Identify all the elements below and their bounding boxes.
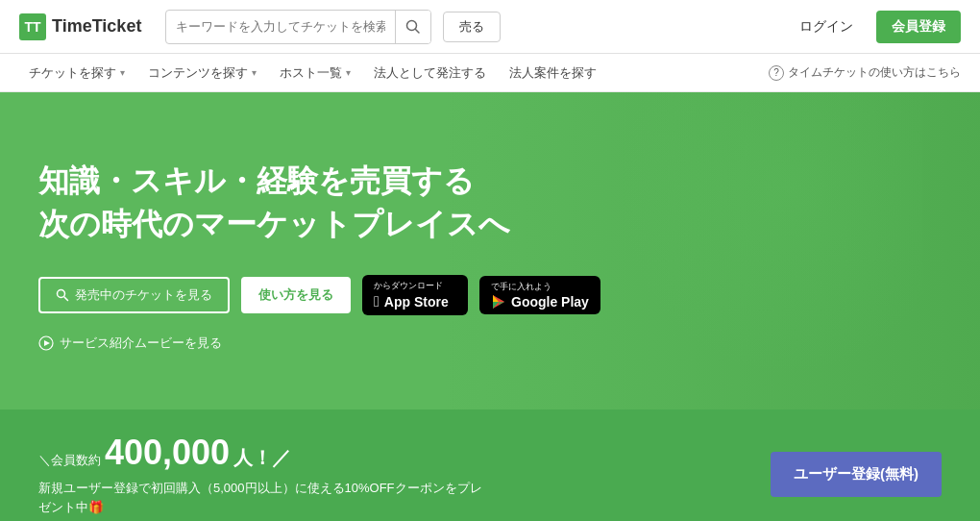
svg-marker-11	[44, 340, 50, 346]
promo-cta-button[interactable]: ユーザー登録(無料)	[771, 452, 942, 497]
svg-line-1	[416, 29, 420, 33]
googleplay-icon	[491, 294, 506, 310]
promo-left: ＼会員数約 400,000 人！／ 新規ユーザー登録で初回購入（5,000円以上…	[38, 433, 482, 516]
svg-line-3	[64, 297, 68, 301]
nav-item-corporate-search[interactable]: 法人案件を探す	[500, 54, 606, 92]
logo-text: TimeTicket	[52, 16, 141, 37]
movie-link[interactable]: サービス紹介ムービーを見る	[38, 335, 942, 352]
howto-button[interactable]: 使い方を見る	[241, 277, 351, 313]
logo: TT TimeTicket	[19, 13, 154, 40]
sell-button[interactable]: 売る	[443, 12, 501, 42]
search-input[interactable]	[166, 19, 395, 34]
hero-buttons: 発売中のチケットを見る 使い方を見る からダウンロード  App Store …	[38, 275, 942, 315]
search-button[interactable]	[395, 10, 430, 44]
nav-help[interactable]: ? タイムチケットの使い方はこちら	[769, 64, 961, 81]
search-bar	[165, 10, 431, 44]
googleplay-badge[interactable]: で手に入れよう Google Play	[479, 276, 600, 314]
promo-band: ＼会員数約 400,000 人！／ 新規ユーザー登録で初回購入（5,000円以上…	[0, 409, 980, 521]
appstore-badge[interactable]: からダウンロード  App Store	[362, 275, 468, 315]
browse-tickets-button[interactable]: 発売中のチケットを見る	[38, 277, 230, 313]
search-icon	[405, 19, 421, 35]
nav-item-corporate-order[interactable]: 法人として発注する	[364, 54, 496, 92]
member-count: ＼会員数約 400,000 人！／	[38, 433, 482, 473]
hero-bg-overlay	[441, 92, 980, 409]
login-button[interactable]: ログイン	[788, 12, 865, 41]
help-icon: ?	[769, 65, 784, 81]
nav-item-hosts[interactable]: ホスト一覧 ▾	[270, 54, 360, 92]
register-button[interactable]: 会員登録	[876, 11, 961, 43]
chevron-down-icon: ▾	[252, 67, 257, 78]
svg-marker-9	[499, 302, 504, 306]
nav-item-contents[interactable]: コンテンツを探す ▾	[138, 54, 266, 92]
logo-icon: TT	[19, 13, 46, 40]
svg-marker-8	[499, 298, 504, 302]
hero-person-image	[586, 92, 922, 409]
hero-section: 知識・スキル・経験を売買する 次の時代のマーケットプレイスへ 発売中のチケットを…	[0, 92, 980, 409]
nav-item-tickets[interactable]: チケットを探す ▾	[19, 54, 135, 92]
apple-icon: 	[374, 293, 380, 310]
nav-bar: チケットを探す ▾ コンテンツを探す ▾ ホスト一覧 ▾ 法人として発注する 法…	[0, 54, 980, 92]
play-circle-icon	[38, 335, 54, 351]
chevron-down-icon: ▾	[120, 67, 125, 78]
svg-point-2	[58, 289, 65, 297]
chevron-down-icon: ▾	[346, 67, 351, 78]
search-icon	[56, 288, 69, 302]
promo-description: 新規ユーザー登録で初回購入（5,000円以上）に使える10%OFFクーポンをプレ…	[38, 479, 482, 516]
hero-title: 知識・スキル・経験を売買する 次の時代のマーケットプレイスへ	[38, 160, 942, 246]
header: TT TimeTicket 売る ログイン 会員登録	[0, 0, 980, 54]
